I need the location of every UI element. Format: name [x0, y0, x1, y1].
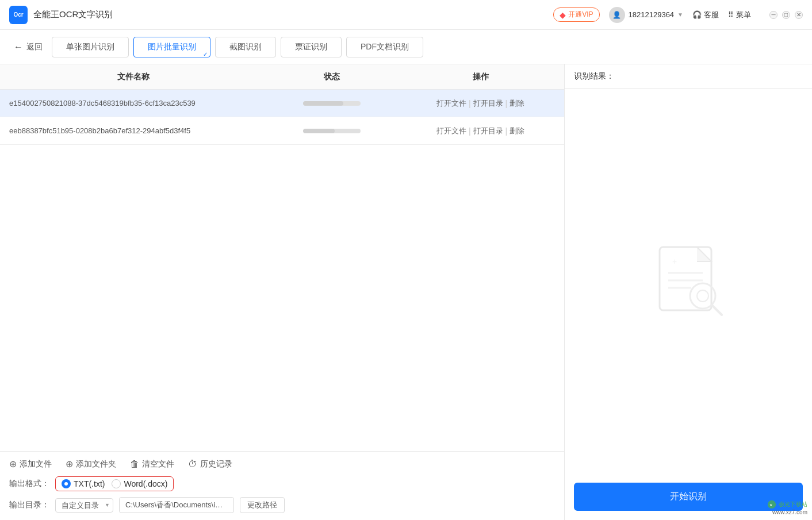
col-action-header: 操作: [406, 72, 555, 82]
status-bar: [303, 129, 361, 133]
format-word-option[interactable]: Word(.docx): [112, 479, 167, 488]
action-cell: 打开文件 | 打开目录 | 删除: [406, 126, 555, 136]
app-title: 全能王OCR文字识别: [33, 9, 113, 20]
clear-files-button[interactable]: 🗑 清空文件: [130, 459, 174, 469]
status-cell: [257, 129, 406, 133]
open-file-link[interactable]: 打开文件: [436, 98, 466, 109]
service-button[interactable]: 🎧 客服: [692, 10, 719, 20]
dir-path: C:\Users\香香\Documents\imageocr: [119, 497, 234, 513]
table-header: 文件名称 状态 操作: [0, 64, 564, 90]
grid-icon: ⠿: [728, 10, 734, 19]
toolbar: ← 返回 单张图片识别 图片批量识别 截图识别 票证识别 PDF文档识别: [0, 30, 812, 64]
radio-unchecked-icon: [112, 479, 121, 488]
history-label: 历史记录: [200, 459, 232, 469]
dir-select-wrap: 自定义目录: [55, 498, 113, 513]
watermark-url: www.xz7.com: [772, 509, 807, 515]
dir-select[interactable]: 自定义目录: [55, 498, 113, 513]
file-name: eeb88387bfc51b95-0208b2ba6b7ef312-294abf…: [9, 126, 257, 135]
open-dir-link[interactable]: 打开目录: [473, 98, 503, 109]
output-format-label: 输出格式：: [9, 479, 49, 489]
main-area: 文件名称 状态 操作 e154002750821088-37dc5468319b…: [0, 64, 812, 520]
menu-button[interactable]: ⠿ 菜单: [728, 10, 751, 20]
vip-label: 开通VIP: [568, 10, 593, 20]
tab-pdf[interactable]: PDF文档识别: [346, 37, 423, 57]
col-name-header: 文件名称: [9, 72, 257, 82]
plus-circle-icon: ⊕: [9, 459, 17, 469]
vip-button[interactable]: ◆ 开通VIP: [553, 7, 599, 22]
result-body: +: [565, 89, 812, 473]
output-format-row: 输出格式： TXT(.txt) Word(.docx): [9, 476, 555, 491]
result-label: 识别结果：: [574, 71, 614, 80]
titlebar-right: ◆ 开通VIP 👤 18212129364 ▼ 🎧 客服 ⠿ 菜单 ─ □ ✕: [553, 7, 803, 23]
user-phone: 18212129364: [629, 10, 675, 19]
status-bar-fill: [303, 129, 335, 133]
folder-plus-icon: ⊕: [66, 459, 73, 469]
bottom-bar: ⊕ 添加文件 ⊕ 添加文件夹 🗑 清空文件 ⏱ 历史记录 输出格式：: [0, 451, 564, 520]
tab-single-image[interactable]: 单张图片识别: [52, 37, 129, 57]
maximize-button[interactable]: □: [782, 11, 790, 19]
open-file-link[interactable]: 打开文件: [436, 126, 466, 136]
history-button[interactable]: ⏱ 历史记录: [188, 459, 232, 469]
right-panel: 识别结果： + 开始识别: [565, 64, 812, 520]
format-txt-label: TXT(.txt): [74, 479, 105, 488]
close-button[interactable]: ✕: [795, 11, 803, 19]
avatar: 👤: [609, 7, 625, 23]
output-dir-label: 输出目录：: [9, 500, 49, 510]
format-txt-option[interactable]: TXT(.txt): [62, 479, 105, 488]
menu-label: 菜单: [736, 10, 751, 20]
svg-text:★: ★: [769, 503, 772, 507]
table-body: e154002750821088-37dc5468319bfb35-6cf13c…: [0, 90, 564, 451]
service-label: 客服: [704, 10, 719, 20]
action-cell: 打开文件 | 打开目录 | 删除: [406, 98, 555, 109]
add-folder-label: 添加文件夹: [76, 459, 116, 469]
back-arrow-icon: ←: [14, 42, 23, 52]
user-area[interactable]: 👤 18212129364 ▼: [609, 7, 683, 23]
app-logo: Ocr: [9, 6, 28, 24]
col-status-header: 状态: [257, 72, 406, 82]
chevron-down-icon: ▼: [677, 11, 683, 18]
format-options: TXT(.txt) Word(.docx): [55, 476, 174, 491]
status-bar-fill: [303, 101, 343, 106]
svg-text:+: +: [672, 257, 677, 266]
table-row: e154002750821088-37dc5468319bfb35-6cf13c…: [0, 90, 564, 117]
placeholder-document-icon: +: [642, 236, 734, 328]
trash-icon: 🗑: [130, 459, 139, 469]
bottom-actions: ⊕ 添加文件 ⊕ 添加文件夹 🗑 清空文件 ⏱ 历史记录: [9, 459, 555, 469]
tab-capture[interactable]: 截图识别: [215, 37, 276, 57]
change-path-button[interactable]: 更改路径: [240, 497, 285, 513]
clear-files-label: 清空文件: [142, 459, 174, 469]
back-label: 返回: [26, 42, 43, 52]
output-dir-row: 输出目录： 自定义目录 C:\Users\香香\Documents\imageo…: [9, 497, 555, 513]
delete-link[interactable]: 删除: [510, 126, 524, 136]
add-folder-button[interactable]: ⊕ 添加文件夹: [66, 459, 116, 469]
add-file-label: 添加文件: [20, 459, 52, 469]
table-row: eeb88387bfc51b95-0208b2ba6b7ef312-294abf…: [0, 117, 564, 145]
add-file-button[interactable]: ⊕ 添加文件: [9, 459, 52, 469]
format-word-label: Word(.docx): [124, 479, 167, 488]
svg-line-6: [712, 305, 722, 315]
status-cell: [257, 101, 406, 106]
tab-batch-image[interactable]: 图片批量识别: [133, 37, 210, 57]
open-dir-link[interactable]: 打开目录: [473, 126, 503, 136]
titlebar: Ocr 全能王OCR文字识别 ◆ 开通VIP 👤 18212129364 ▼ 🎧…: [0, 0, 812, 30]
minimize-button[interactable]: ─: [769, 11, 777, 19]
headset-icon: 🎧: [692, 10, 702, 19]
delete-link[interactable]: 删除: [510, 98, 524, 109]
left-panel: 文件名称 状态 操作 e154002750821088-37dc5468319b…: [0, 64, 565, 520]
watermark-logo: ★ 极光下载站: [767, 500, 807, 509]
radio-checked-icon: [62, 479, 71, 488]
watermark: ★ 极光下载站 www.xz7.com: [767, 500, 807, 515]
result-header: 识别结果：: [565, 64, 812, 89]
file-name: e154002750821088-37dc5468319bfb35-6cf13c…: [9, 99, 257, 107]
status-bar: [303, 101, 361, 106]
diamond-icon: ◆: [560, 10, 566, 20]
watermark-icon: ★: [767, 500, 776, 509]
clock-icon: ⏱: [188, 459, 197, 469]
tab-ticket[interactable]: 票证识别: [281, 37, 342, 57]
svg-point-5: [697, 290, 708, 302]
back-button[interactable]: ← 返回: [14, 42, 43, 52]
window-controls: ─ □ ✕: [769, 11, 803, 19]
